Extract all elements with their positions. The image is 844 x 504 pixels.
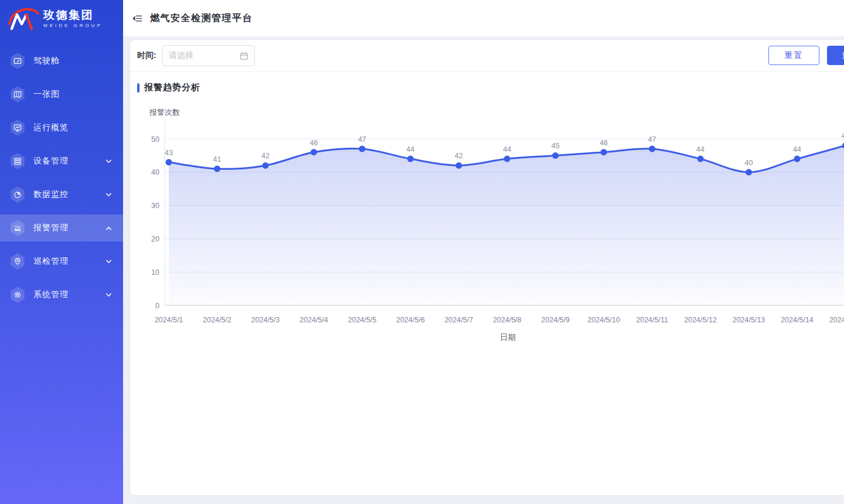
svg-text:48: 48 [841,132,844,140]
svg-text:44: 44 [503,145,511,154]
svg-text:2024/5/15: 2024/5/15 [829,316,844,324]
sidebar-item-alarm-management[interactable]: 报警管理 [0,214,123,241]
svg-text:42: 42 [455,152,463,160]
svg-text:报警次数: 报警次数 [149,108,180,117]
map-icon [10,86,25,103]
svg-text:47: 47 [358,135,366,144]
sidebar-item-label: 一张图 [33,89,105,100]
reset-button[interactable]: 重置 [768,46,819,65]
svg-text:2024/5/12: 2024/5/12 [684,316,717,324]
svg-text:40: 40 [745,159,753,167]
sidebar-item-overview[interactable]: 运行概览 [0,114,123,141]
sidebar-menu: 驾驶舱 一张图 运行概览 设备管理 [0,47,123,308]
sidebar-item-label: 数据监控 [33,189,105,200]
svg-text:2024/5/3: 2024/5/3 [251,316,280,324]
svg-text:2024/5/4: 2024/5/4 [300,316,328,324]
svg-text:日期: 日期 [500,333,516,342]
chevron-up-icon [105,224,113,232]
svg-text:20: 20 [151,235,159,243]
content-card: 时间: 请选择 重置 查询 报警趋势分析 01020304050432024/5… [130,40,844,495]
svg-text:10: 10 [151,268,159,277]
filter-bar: 时间: 请选择 重置 查询 [130,40,844,72]
svg-text:50: 50 [151,135,159,144]
sidebar-item-label: 驾驶舱 [33,56,105,66]
svg-text:41: 41 [213,155,222,164]
data-pie-icon [10,186,25,203]
sidebar-item-system[interactable]: 系统管理 [0,281,123,308]
chevron-down-icon [105,258,113,265]
sidebar-item-onemap[interactable]: 一张图 [0,81,123,108]
sidebar-item-label: 系统管理 [33,290,105,300]
svg-text:44: 44 [696,145,705,154]
svg-text:40: 40 [151,168,159,176]
svg-text:2024/5/13: 2024/5/13 [733,316,765,324]
svg-text:2024/5/5: 2024/5/5 [348,316,377,324]
svg-text:30: 30 [151,202,159,210]
svg-text:2024/5/2: 2024/5/2 [203,316,232,324]
section-title: 报警趋势分析 [144,82,200,93]
chevron-down-icon [105,158,113,165]
logo: 玫德集团 MEIDE GROUP [0,0,123,38]
calendar-icon [240,52,249,60]
sidebar: 玫德集团 MEIDE GROUP 驾驶舱 一张图 运行概览 [0,0,123,504]
section-header: 报警趋势分析 [130,72,844,93]
top-header: 燃气安全检测管理平台 [123,0,844,36]
svg-text:42: 42 [261,152,270,160]
section-accent-bar [137,83,139,93]
svg-text:2024/5/7: 2024/5/7 [444,316,473,324]
sidebar-item-devices[interactable]: 设备管理 [0,148,123,175]
line-chart-svg: 01020304050432024/5/1412024/5/2422024/5/… [130,104,844,359]
svg-text:2024/5/9: 2024/5/9 [541,316,570,324]
alarm-trend-chart: 01020304050432024/5/1412024/5/2422024/5/… [130,104,844,359]
overview-monitor-icon [10,120,25,136]
logo-company-subtitle: MEIDE GROUP [43,23,103,28]
meide-logo-icon [7,6,41,31]
svg-text:46: 46 [600,139,608,147]
sidebar-item-cockpit[interactable]: 驾驶舱 [0,47,123,74]
device-server-icon [10,153,25,169]
svg-text:43: 43 [165,149,173,157]
fold-sidebar-icon[interactable] [131,12,144,25]
sidebar-item-label: 设备管理 [33,156,105,166]
chevron-down-icon [105,291,113,299]
page-title: 燃气安全检测管理平台 [150,12,253,25]
chevron-down-icon [105,191,113,199]
svg-text:0: 0 [155,302,159,310]
sidebar-item-patrol[interactable]: 巡检管理 [0,248,123,275]
svg-text:2024/5/6: 2024/5/6 [396,316,425,324]
system-gear-icon [10,287,25,303]
patrol-pin-icon [10,253,25,270]
svg-text:2024/5/1: 2024/5/1 [155,316,183,324]
svg-text:2024/5/8: 2024/5/8 [493,316,522,324]
time-picker-input[interactable]: 请选择 [162,45,255,66]
svg-text:44: 44 [406,145,414,154]
alarm-bell-icon [10,220,25,236]
svg-text:44: 44 [793,145,801,154]
time-filter-label: 时间: [137,50,156,61]
svg-text:2024/5/11: 2024/5/11 [636,316,668,324]
cockpit-dashboard-icon [10,53,25,69]
svg-text:46: 46 [309,139,318,147]
sidebar-item-label: 巡检管理 [33,256,105,267]
sidebar-item-data-monitor[interactable]: 数据监控 [0,181,123,208]
logo-company-name: 玫德集团 [43,9,103,22]
svg-text:2024/5/14: 2024/5/14 [781,316,814,324]
svg-text:45: 45 [552,142,560,150]
sidebar-item-label: 报警管理 [33,223,105,233]
svg-text:47: 47 [648,135,656,144]
query-button[interactable]: 查询 [827,46,844,65]
time-picker-placeholder: 请选择 [169,50,240,61]
sidebar-item-label: 运行概览 [33,122,105,133]
svg-text:2024/5/10: 2024/5/10 [587,316,620,324]
